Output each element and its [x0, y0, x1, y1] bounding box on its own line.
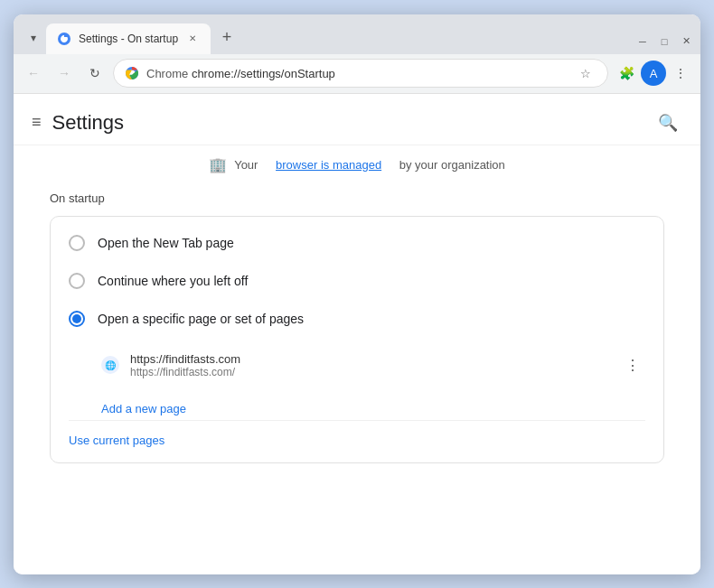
radio-inner-dot [72, 314, 81, 323]
page-content: ≡ Settings 🔍 🏢 Your browser is managed b… [14, 94, 700, 574]
option-new-tab[interactable]: Open the New Tab page [51, 224, 663, 262]
option-new-tab-label: Open the New Tab page [98, 236, 234, 250]
minimize-btn[interactable]: ─ [635, 34, 650, 49]
page-favicon: 🌐 [101, 356, 119, 374]
tab-title: Settings - On startup [79, 33, 178, 45]
radio-new-tab[interactable] [69, 235, 85, 251]
toolbar-icons: 🧩 A ⋮ [614, 61, 693, 86]
address-bar[interactable]: Chrome chrome://settings/onStartup ☆ [113, 59, 608, 88]
settings-header: ≡ Settings 🔍 [14, 94, 700, 145]
section-title: On startup [14, 184, 700, 212]
managed-text-after: by your organization [399, 158, 505, 172]
window-controls: ─ □ ✕ [635, 34, 693, 49]
startup-pages-section: 🌐 https://finditfasts.com https://findit… [51, 338, 663, 393]
radio-specific[interactable] [69, 311, 85, 327]
search-btn[interactable]: 🔍 [653, 108, 682, 137]
option-specific-label: Open a specific page or set of pages [98, 312, 304, 326]
title-bar: ▾ Settings - On startup ✕ + ─ □ ✕ [14, 14, 700, 54]
use-current-link[interactable]: Use current pages [69, 434, 164, 447]
toolbar: ← → ↻ Chrome chrome://settings/onStartup… [14, 54, 700, 94]
use-current-row: Use current pages [51, 421, 663, 455]
managed-text-before: Your [234, 158, 258, 172]
startup-page-row: 🌐 https://finditfasts.com https://findit… [101, 345, 645, 386]
radio-continue[interactable] [69, 273, 85, 289]
option-continue-label: Continue where you left off [98, 274, 248, 288]
chrome-brand: Chrome [146, 67, 188, 80]
address-icons: ☆ [575, 62, 597, 84]
extension-btn[interactable]: 🧩 [614, 61, 639, 86]
close-btn[interactable]: ✕ [679, 34, 693, 49]
maximize-btn[interactable]: □ [657, 34, 672, 49]
tab-strip: ▾ Settings - On startup ✕ + [21, 23, 628, 54]
browser-window: ▾ Settings - On startup ✕ + ─ □ ✕ ← → ↻ [14, 14, 700, 574]
new-tab-btn[interactable]: + [214, 25, 240, 51]
page-urls: https://finditfasts.com https://finditfa… [130, 352, 609, 378]
page-url-main: https://finditfasts.com [130, 352, 609, 366]
chrome-logo [125, 66, 139, 80]
managed-banner: 🏢 Your browser is managed by your organi… [14, 145, 700, 184]
back-btn[interactable]: ← [21, 61, 46, 86]
startup-page-more-btn[interactable]: ⋮ [620, 352, 645, 378]
option-specific[interactable]: Open a specific page or set of pages [51, 300, 663, 338]
address-text: Chrome chrome://settings/onStartup [146, 67, 568, 80]
page-url-sub: https://finditfasts.com/ [130, 366, 609, 378]
bookmark-btn[interactable]: ☆ [575, 62, 597, 84]
settings-title-row: ≡ Settings [32, 111, 124, 135]
menu-btn[interactable]: ⋮ [668, 61, 693, 86]
managed-icon: 🏢 [209, 156, 227, 173]
tab-close-btn[interactable]: ✕ [185, 32, 200, 46]
tab-favicon [57, 32, 71, 46]
managed-link[interactable]: browser is managed [276, 158, 381, 172]
add-page-link[interactable]: Add a new page [101, 402, 186, 415]
reload-btn[interactable]: ↻ [82, 61, 108, 86]
profile-btn[interactable]: A [641, 61, 666, 86]
page-title: Settings [52, 111, 125, 135]
address-url: chrome://settings/onStartup [192, 67, 335, 80]
startup-card: Open the New Tab page Continue where you… [50, 216, 664, 463]
active-tab[interactable]: Settings - On startup ✕ [46, 23, 211, 54]
add-page-row: Add a new page [51, 393, 663, 420]
tab-dropdown-btn[interactable]: ▾ [21, 25, 46, 51]
sidebar-toggle-btn[interactable]: ≡ [32, 113, 42, 132]
option-continue[interactable]: Continue where you left off [51, 262, 663, 300]
forward-btn[interactable]: → [52, 61, 77, 86]
